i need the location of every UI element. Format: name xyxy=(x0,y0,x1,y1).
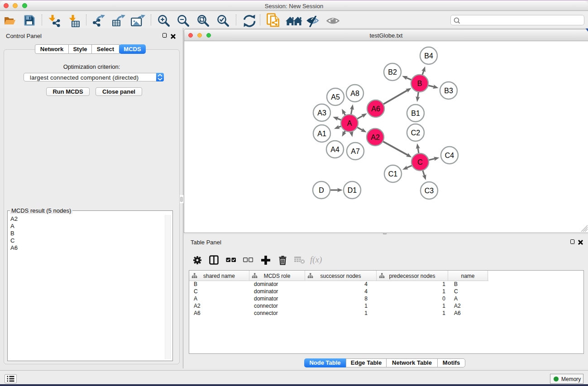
svg-text:A1: A1 xyxy=(317,130,326,138)
svg-text:B1: B1 xyxy=(411,110,420,117)
svg-text:A3: A3 xyxy=(317,109,326,117)
svg-text:B3: B3 xyxy=(444,87,453,95)
svg-text:B: B xyxy=(417,80,422,87)
svg-text:B4: B4 xyxy=(424,52,433,60)
svg-text:C2: C2 xyxy=(411,129,421,137)
svg-text:A4: A4 xyxy=(330,146,339,153)
svg-text:C1: C1 xyxy=(388,170,398,178)
svg-text:f(x): f(x) xyxy=(310,255,322,265)
svg-text:C4: C4 xyxy=(445,152,454,159)
svg-text:A6: A6 xyxy=(371,105,380,113)
svg-text:B2: B2 xyxy=(388,68,397,76)
svg-text:A8: A8 xyxy=(350,90,359,97)
svg-text:A7: A7 xyxy=(351,148,360,155)
svg-text:A2: A2 xyxy=(371,133,380,141)
svg-text:C: C xyxy=(417,158,423,166)
svg-text:C3: C3 xyxy=(425,187,434,195)
svg-text:D: D xyxy=(319,186,324,194)
svg-text:A5: A5 xyxy=(331,93,340,101)
svg-text:A: A xyxy=(347,119,352,127)
svg-text:D1: D1 xyxy=(348,186,357,194)
